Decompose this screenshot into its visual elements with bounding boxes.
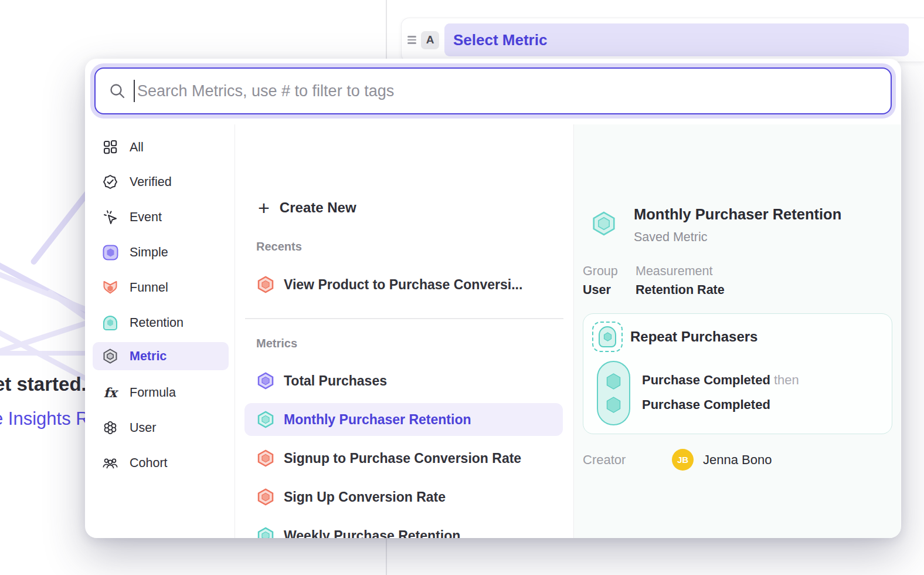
search-input[interactable] <box>137 82 891 100</box>
sidebar-item-label: Simple <box>130 245 168 260</box>
background-headline-fragment: et started. <box>0 373 87 395</box>
step-hexagons <box>598 362 629 424</box>
create-new-label: Create New <box>280 199 356 216</box>
details-title: Monthly Purchaser Retention <box>634 206 841 223</box>
simple-hexagon-icon <box>256 371 275 390</box>
retention-steps-capsule <box>597 361 630 425</box>
group-value: User <box>583 283 611 297</box>
series-letter-badge: A <box>421 31 439 49</box>
select-metric-label: Select Metric <box>453 31 547 49</box>
grid-icon <box>102 139 118 155</box>
sidebar-item-event[interactable]: Event <box>93 203 229 231</box>
metric-picker-modal: All Verified <box>85 59 901 538</box>
background-report-link-fragment[interactable]: e Insights Re <box>0 408 99 429</box>
retention-hexagon-icon <box>256 526 275 538</box>
app-stage: et started. e Insights Re A Select Metri… <box>0 0 924 575</box>
sidebar-item-label: Funnel <box>130 280 168 295</box>
section-divider <box>245 318 563 319</box>
list-item-label: Signup to Purchase Conversion Rate <box>284 451 521 466</box>
retention-hexagon-icon <box>256 410 275 429</box>
creator-avatar: JB <box>672 449 694 471</box>
sidebar-item-label: Cohort <box>130 456 168 471</box>
sidebar-item-all[interactable]: All <box>93 133 229 161</box>
sidebar-item-funnel[interactable]: Funnel <box>93 273 229 302</box>
list-item-label: Monthly Purchaser Retention <box>284 412 471 428</box>
list-item-total-purchases[interactable]: Total Purchases <box>244 364 563 397</box>
creator-label: Creator <box>583 452 626 468</box>
cohort-people-icon <box>102 455 118 471</box>
measurement-label: Measurement <box>636 264 712 279</box>
details-subtitle: Saved Metric <box>634 230 707 245</box>
metrics-section-title: Metrics <box>256 337 297 350</box>
list-item-sign-up-conversion[interactable]: Sign Up Conversion Rate <box>244 481 563 513</box>
sidebar-item-label: User <box>130 421 156 435</box>
creator-name: Jenna Bono <box>703 452 772 468</box>
retention-definition-icon <box>592 322 623 352</box>
step-connector: then <box>770 373 799 387</box>
list-item-monthly-purchaser-retention[interactable]: Monthly Purchaser Retention <box>244 403 563 436</box>
list-item-weekly-purchase-retention[interactable]: Weekly Purchase Retention <box>244 519 563 538</box>
retention-hexagon-icon <box>590 210 617 237</box>
sidebar-item-label: Formula <box>130 385 176 400</box>
text-cursor <box>134 80 135 102</box>
select-metric-field[interactable]: Select Metric <box>444 23 909 56</box>
sidebar-item-user[interactable]: User <box>93 414 229 442</box>
list-item-label: Weekly Purchase Retention <box>284 528 460 539</box>
user-cluster-icon <box>102 420 118 436</box>
metric-list-column: + Create New Recents View Product to Pur… <box>235 124 574 538</box>
formula-fx-icon: fx <box>102 384 118 401</box>
verified-badge-icon <box>102 174 118 190</box>
type-filter-sidebar: All Verified <box>85 124 235 538</box>
search-icon <box>108 82 126 100</box>
sidebar-item-retention[interactable]: Retention <box>93 309 229 337</box>
list-item-recent-funnel[interactable]: View Product to Purchase Conversi... <box>244 268 563 301</box>
simple-metric-icon <box>102 244 118 261</box>
funnel-hexagon-icon <box>256 275 275 294</box>
sidebar-item-formula[interactable]: fx Formula <box>93 378 229 407</box>
drag-handle-icon[interactable] <box>407 36 416 44</box>
sidebar-item-verified[interactable]: Verified <box>93 168 229 196</box>
plus-icon: + <box>258 198 270 218</box>
definition-step-2: Purchase Completed <box>642 397 770 412</box>
sidebar-item-label: Metric <box>130 349 167 364</box>
metric-hexagon-icon <box>102 348 118 364</box>
group-label: Group <box>583 264 618 279</box>
recents-section-title: Recents <box>256 240 302 253</box>
metric-details-panel: Monthly Purchaser Retention Saved Metric… <box>574 124 901 538</box>
funnel-hexagon-icon <box>256 449 275 468</box>
retention-metric-icon <box>102 314 118 331</box>
metric-definition-card: Repeat Purchasers Purchase Completed the… <box>583 313 892 434</box>
list-item-label: Total Purchases <box>284 373 387 389</box>
list-item-label: Sign Up Conversion Rate <box>284 489 446 505</box>
sidebar-item-label: All <box>130 140 144 155</box>
sidebar-item-label: Verified <box>130 175 172 190</box>
sidebar-item-simple[interactable]: Simple <box>93 238 229 266</box>
cursor-click-icon <box>102 209 118 225</box>
list-item-label: View Product to Purchase Conversi... <box>284 277 522 293</box>
funnel-metric-icon <box>102 279 118 296</box>
metric-series-row: A Select Metric <box>401 18 924 62</box>
sidebar-item-label: Retention <box>130 316 184 330</box>
funnel-hexagon-icon <box>256 488 275 506</box>
definition-step-1: Purchase Completed then <box>642 373 799 388</box>
list-item-signup-to-purchase[interactable]: Signup to Purchase Conversion Rate <box>244 442 563 475</box>
sidebar-item-cohort[interactable]: Cohort <box>93 449 229 477</box>
measurement-value: Retention Rate <box>636 283 725 297</box>
create-new-button[interactable]: + Create New <box>244 191 563 224</box>
definition-name: Repeat Purchasers <box>630 329 757 345</box>
metric-search-box[interactable] <box>94 67 892 114</box>
sidebar-item-label: Event <box>130 210 162 225</box>
sidebar-item-metric[interactable]: Metric <box>93 342 229 370</box>
